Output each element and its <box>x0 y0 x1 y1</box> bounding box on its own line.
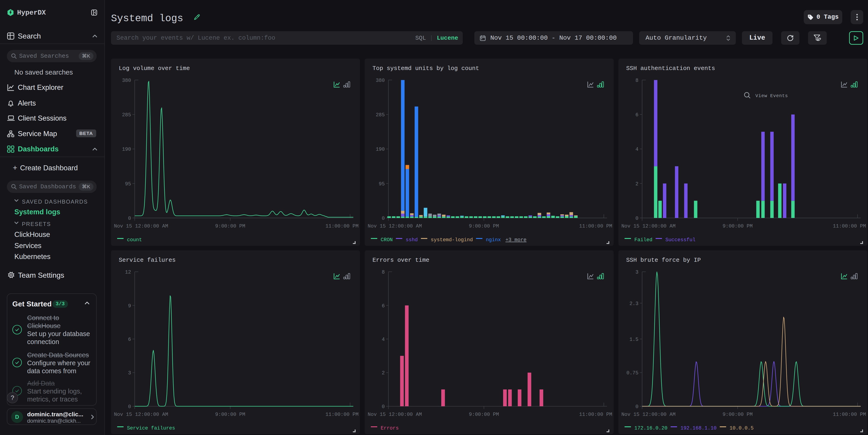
svg-text:11:00:00 PM: 11:00:00 PM <box>326 223 359 229</box>
svg-text:2.3: 2.3 <box>629 301 639 307</box>
svg-text:95: 95 <box>125 181 131 187</box>
svg-text:8: 8 <box>636 78 639 84</box>
svg-text:6: 6 <box>636 112 639 118</box>
svg-text:8: 8 <box>382 270 385 275</box>
svg-text:0: 0 <box>636 404 639 410</box>
svg-text:Nov 15 12:00:00 AM: Nov 15 12:00:00 AM <box>368 223 422 229</box>
svg-text:4: 4 <box>636 147 639 152</box>
svg-text:Nov 15 12:00:00 AM: Nov 15 12:00:00 AM <box>368 412 422 417</box>
svg-text:Log volume over time: Log volume over time <box>119 65 190 72</box>
svg-text:9:00:00 PM: 9:00:00 PM <box>215 412 245 417</box>
svg-text:Nov 15 12:00:00 AM: Nov 15 12:00:00 AM <box>114 223 168 229</box>
svg-text:Nov 15 12:00:00 AM: Nov 15 12:00:00 AM <box>114 412 168 417</box>
svg-text:Errors over time: Errors over time <box>372 257 429 263</box>
svg-text:9:00:00 PM: 9:00:00 PM <box>722 412 753 417</box>
svg-text:0: 0 <box>382 404 385 410</box>
svg-text:0: 0 <box>636 216 639 221</box>
svg-text:Failed: Failed <box>634 237 652 243</box>
svg-text:+3 more: +3 more <box>505 237 526 243</box>
svg-text:4: 4 <box>382 337 385 342</box>
svg-text:View Events: View Events <box>755 93 788 98</box>
svg-text:Top systemd units by log count: Top systemd units by log count <box>372 65 479 72</box>
svg-text:0: 0 <box>128 216 131 221</box>
svg-text:3: 3 <box>636 270 639 275</box>
svg-text:Service failures: Service failures <box>127 426 175 431</box>
svg-text:11:00:00 PM: 11:00:00 PM <box>833 412 866 417</box>
svg-text:Errors: Errors <box>381 426 399 431</box>
svg-text:9:00:00 PM: 9:00:00 PM <box>469 223 499 229</box>
svg-text:systemd-logind: systemd-logind <box>431 237 473 243</box>
svg-text:190: 190 <box>122 147 131 152</box>
svg-text:count: count <box>127 237 142 243</box>
svg-text:0.75: 0.75 <box>626 370 639 376</box>
svg-text:285: 285 <box>376 112 385 118</box>
svg-text:SSH authentication events: SSH authentication events <box>626 65 715 72</box>
svg-text:CRON: CRON <box>381 237 393 243</box>
svg-text:6: 6 <box>128 337 131 342</box>
svg-text:3: 3 <box>128 370 131 376</box>
svg-text:11:00:00 PM: 11:00:00 PM <box>833 223 866 229</box>
svg-text:192.168.1.10: 192.168.1.10 <box>680 426 716 431</box>
svg-text:Nov 15 12:00:00 AM: Nov 15 12:00:00 AM <box>621 223 676 229</box>
svg-text:Nov 15 12:00:00 AM: Nov 15 12:00:00 AM <box>621 412 676 417</box>
svg-text:9:00:00 PM: 9:00:00 PM <box>722 223 753 229</box>
svg-text:sshd: sshd <box>406 237 418 243</box>
svg-text:172.16.0.20: 172.16.0.20 <box>634 426 668 431</box>
svg-text:SSH brute force by IP: SSH brute force by IP <box>626 257 701 263</box>
svg-text:9: 9 <box>128 303 131 309</box>
svg-text:0: 0 <box>128 404 131 410</box>
svg-text:380: 380 <box>122 78 131 84</box>
svg-text:11:00:00 PM: 11:00:00 PM <box>579 223 612 229</box>
svg-text:380: 380 <box>376 78 385 84</box>
svg-text:0: 0 <box>382 216 385 221</box>
svg-text:nginx: nginx <box>486 237 501 243</box>
svg-text:190: 190 <box>376 147 385 152</box>
svg-text:285: 285 <box>122 112 131 118</box>
svg-text:9:00:00 PM: 9:00:00 PM <box>215 223 245 229</box>
svg-text:12: 12 <box>125 270 131 275</box>
svg-text:11:00:00 PM: 11:00:00 PM <box>579 412 612 417</box>
svg-text:2: 2 <box>636 181 639 187</box>
svg-text:10.0.0.5: 10.0.0.5 <box>730 426 754 431</box>
svg-text:11:00:00 PM: 11:00:00 PM <box>326 412 359 417</box>
svg-text:6: 6 <box>382 303 385 309</box>
svg-text:2: 2 <box>382 370 385 376</box>
svg-text:Successful: Successful <box>665 237 695 243</box>
svg-text:9:00:00 PM: 9:00:00 PM <box>469 412 499 417</box>
svg-text:1.5: 1.5 <box>629 337 639 342</box>
svg-text:Service failures: Service failures <box>119 257 176 263</box>
svg-text:95: 95 <box>379 181 385 187</box>
